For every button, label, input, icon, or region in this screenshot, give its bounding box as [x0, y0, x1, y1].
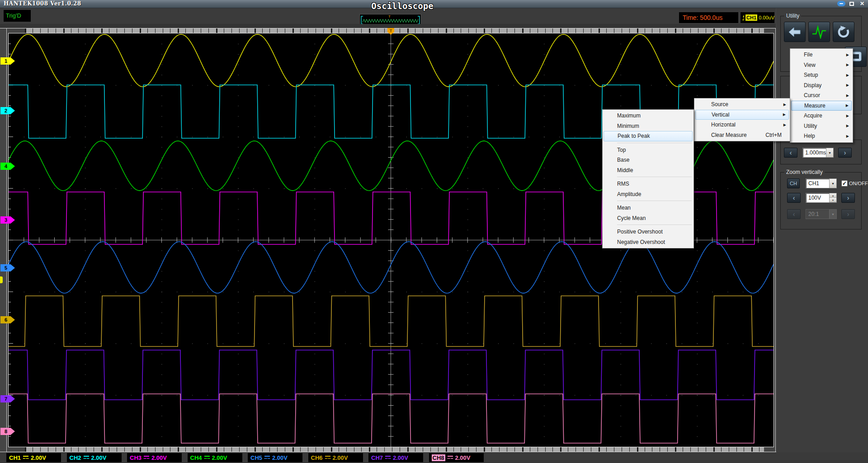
- toolbar-lower-strip: [0, 24, 776, 28]
- spinner-arrows[interactable]: ▲▼: [829, 193, 836, 202]
- menu-item-peak-to-peak[interactable]: Peak to Peak: [604, 131, 693, 141]
- menu-item-label: Minimum: [604, 123, 693, 129]
- channel-status-ch1[interactable]: CH12.00V: [6, 453, 61, 462]
- menu-item-label: Maximum: [604, 112, 693, 119]
- menu-item-label: Base: [604, 157, 693, 163]
- close-button[interactable]: ✕: [859, 1, 866, 6]
- menu-item-mean[interactable]: Mean: [604, 203, 693, 213]
- menu-separator: [617, 201, 692, 201]
- channel-value: CH1: [806, 180, 829, 187]
- timebase-readout: Time: 500.0us: [679, 12, 738, 23]
- utility-group-label: Utility: [784, 13, 801, 19]
- dc-coupling-icon: [204, 456, 210, 459]
- trigger-status: Trig'D: [4, 10, 31, 22]
- channel-status-bar: CH12.00VCH22.00VCH32.00VCH42.00VCH52.00V…: [0, 452, 868, 463]
- menu-item-base[interactable]: Base: [604, 155, 693, 165]
- timebase-dropdown[interactable]: 1.000ms ▼: [802, 148, 834, 158]
- reset-undo-icon: [837, 26, 850, 38]
- channel-status-ch2[interactable]: CH22.00V: [67, 453, 122, 462]
- dropdown-arrow-icon[interactable]: ▼: [829, 179, 836, 188]
- submenu-arrow-icon: ▶: [783, 112, 786, 117]
- menu-item-help[interactable]: Help▶: [791, 131, 852, 141]
- trigger-level-marker[interactable]: [0, 276, 3, 283]
- submenu-arrow-icon: ▶: [846, 134, 849, 138]
- minimize-button[interactable]: [837, 1, 845, 6]
- menu-item-label: Negative Overshoot: [604, 239, 693, 245]
- menu-item-maximum[interactable]: Maximum: [604, 111, 693, 121]
- scope-outer-right-line: [775, 28, 776, 452]
- submenu-arrow-icon: ▶: [783, 123, 786, 127]
- channel-status-ch7[interactable]: CH72.00V: [368, 453, 423, 462]
- channel-name-label: CH5: [250, 454, 262, 461]
- ratio-prev-button[interactable]: ‹: [787, 209, 801, 219]
- spin-up-icon[interactable]: ▲: [830, 193, 836, 198]
- menu-item-label: Horizontal: [695, 122, 789, 128]
- top-ruler: [25, 28, 764, 33]
- chevron-right-icon: ›: [847, 210, 849, 218]
- channel-status-ch4[interactable]: CH42.00V: [188, 453, 242, 462]
- channel-status-ch6[interactable]: CH62.00V: [308, 453, 363, 462]
- menu-item-positive-overshoot[interactable]: Positive Overshoot: [604, 227, 693, 237]
- channel-status-ch5[interactable]: CH52.00V: [248, 453, 302, 462]
- chevron-right-icon: ›: [844, 149, 846, 156]
- trigger-level-readout: 0.00uV: [759, 15, 774, 20]
- menu-item-negative-overshoot[interactable]: Negative Overshoot: [604, 237, 693, 248]
- menu-item-file[interactable]: File▶: [791, 50, 852, 60]
- menu-item-minimum[interactable]: Minimum: [604, 121, 693, 131]
- main-menu: File▶View▶Setup▶Display▶Cursor▶Measure▶A…: [790, 48, 853, 143]
- back-button[interactable]: [784, 22, 806, 42]
- menu-item-acquire[interactable]: Acquire▶: [791, 111, 852, 121]
- channel-status-ch3[interactable]: CH32.00V: [127, 453, 182, 462]
- menu-item-display[interactable]: Display▶: [791, 80, 852, 91]
- channel-onoff-checkbox[interactable]: ✓: [841, 180, 848, 187]
- menu-item-cursor[interactable]: Cursor▶: [791, 90, 852, 101]
- menu-item-measure[interactable]: Measure▶: [791, 101, 852, 111]
- ratio-dropdown[interactable]: 20:1 ▼: [806, 209, 837, 219]
- menu-item-horizontal[interactable]: Horizontal▶: [695, 120, 789, 130]
- volts-per-div-label: 2.00V: [31, 454, 46, 461]
- dropdown-arrow-icon[interactable]: ▼: [826, 148, 833, 157]
- waveform-button[interactable]: [808, 22, 830, 42]
- channel-name-label: CH7: [371, 454, 383, 461]
- dc-coupling-icon: [325, 456, 330, 459]
- chevron-left-icon: ‹: [793, 210, 795, 218]
- maximize-icon: [849, 2, 854, 6]
- maximize-button[interactable]: [849, 1, 855, 6]
- volts-prev-button[interactable]: ‹: [787, 193, 801, 203]
- menu-item-top[interactable]: Top: [604, 145, 693, 155]
- volts-next-button[interactable]: ›: [841, 193, 855, 203]
- channel-status-ch8[interactable]: CH82.00V: [429, 453, 484, 462]
- channel-dropdown[interactable]: CH1 ▼: [806, 178, 837, 188]
- menu-item-cycle-mean[interactable]: Cycle Mean: [604, 213, 693, 224]
- menu-item-amplitude[interactable]: Amplitude: [604, 189, 693, 200]
- menu-item-utility[interactable]: Utility▶: [791, 121, 852, 131]
- ratio-value: 20:1: [806, 211, 829, 217]
- menu-item-label: Cursor: [791, 92, 852, 98]
- zoom-vertical-groupbox: Zoom vertically CH CH1 ▼ ✓ ON/OFF ‹ 100V…: [780, 172, 862, 229]
- ch-button[interactable]: CH: [787, 178, 800, 188]
- menu-item-vertical[interactable]: Vertical▶: [695, 110, 789, 120]
- menu-item-setup[interactable]: Setup▶: [791, 70, 852, 80]
- pulse-waveform-icon: [811, 25, 827, 39]
- menu-item-source[interactable]: Source▶: [695, 99, 789, 110]
- submenu-arrow-icon: ▶: [846, 73, 849, 77]
- zoom-vertical-label: Zoom vertically: [784, 169, 825, 175]
- timebase-prev-button[interactable]: ‹: [784, 148, 797, 158]
- reset-button[interactable]: [833, 22, 854, 42]
- spin-down-icon[interactable]: ▼: [830, 198, 836, 202]
- dc-coupling-icon: [448, 456, 453, 459]
- menu-item-view[interactable]: View▶: [791, 60, 852, 70]
- menu-item-label: View: [791, 62, 852, 68]
- ratio-next-button[interactable]: ›: [841, 209, 855, 219]
- menu-item-middle[interactable]: Middle: [604, 165, 693, 176]
- trigger-source-badge: CH1: [745, 14, 757, 21]
- preview-trigger-icon: T: [388, 14, 391, 19]
- menu-item-clear-measure[interactable]: Clear MeasureCtrl+M: [695, 130, 789, 140]
- timebase-next-button[interactable]: ›: [838, 148, 852, 158]
- menu-item-rms[interactable]: RMS: [604, 179, 693, 189]
- dc-coupling-icon: [84, 456, 89, 459]
- dropdown-arrow-icon: ▼: [829, 210, 836, 219]
- dc-coupling-icon: [23, 456, 28, 459]
- volts-spinner[interactable]: 100V ▲▼: [806, 193, 837, 203]
- volts-per-div-label: 2.00V: [333, 454, 348, 461]
